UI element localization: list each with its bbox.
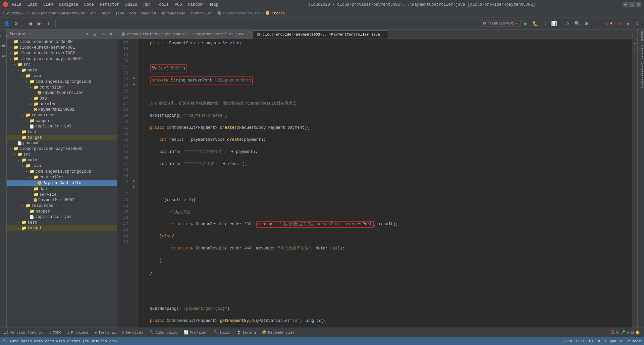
run-config-selector[interactable]: EurekaMain7002 ▾ [480, 20, 521, 26]
tree-item[interactable]: 📁 mapper [7, 209, 117, 214]
annotation-collapse[interactable]: ∨ [633, 19, 641, 27]
tree-item[interactable]: 📁 test [7, 220, 117, 225]
services-tab[interactable]: ⚙ Services [119, 328, 146, 337]
tree-item[interactable]: 📁 cloud-eureka-server7002 [7, 50, 117, 56]
settings-gear-button[interactable]: ⚙ [583, 19, 591, 27]
tree-item-selected[interactable]: 🅒 PaymentController [7, 180, 117, 186]
tree-item[interactable]: 🅒 PaymentMain8001 [7, 107, 117, 112]
tree-item[interactable]: 📁 service [7, 192, 117, 197]
tree-item[interactable]: 📄 application.yml [7, 214, 117, 220]
gutter-run-icon2[interactable]: ▶ [131, 81, 137, 87]
breadcrumb-angenin[interactable]: angenin [141, 11, 156, 15]
encoding[interactable]: UTF-8 [589, 339, 600, 343]
profiler-tab[interactable]: 📊 Profiler [181, 328, 210, 337]
menu-vcs[interactable]: VCS [172, 2, 185, 8]
tree-item[interactable]: 📁 mapper [7, 118, 117, 124]
toolbar-back-button[interactable]: 👤 [3, 19, 11, 27]
menu-run[interactable]: Run [141, 2, 153, 8]
version-control-tab[interactable]: ⎇ Version Control [1, 328, 46, 337]
problems-tab[interactable]: ⚠ Problems [65, 328, 91, 337]
debug-button[interactable]: 🐛 [531, 19, 539, 27]
maximize-button[interactable]: □ [629, 2, 635, 7]
tree-item[interactable]: 📁 target [7, 135, 117, 140]
spring-tab[interactable]: 🍃 Spring [234, 328, 259, 337]
code-area[interactable]: private PaymentService paymentService; @… [138, 39, 632, 328]
tab-payment8002[interactable]: 🅒 cloud-provider-payment8002\...\Payment… [253, 30, 388, 39]
menu-tools[interactable]: Tools [154, 2, 171, 8]
dependencies-tab[interactable]: 📦 Dependencies [259, 328, 297, 337]
tree-item[interactable]: 📁 com.angenin.springcloud [7, 169, 117, 174]
profiler-button[interactable]: 📊 [550, 19, 558, 27]
menu-refactor[interactable]: Refactor [97, 2, 122, 8]
tree-item[interactable]: 📁 controller [7, 84, 117, 90]
tree-item[interactable]: 📁 controller [7, 174, 117, 180]
notifications-tab[interactable]: Notifications [638, 61, 644, 90]
breadcrumb-com[interactable]: com [129, 11, 136, 15]
tree-item[interactable]: 📁 java [7, 73, 117, 79]
breadcrumb-src[interactable]: src [90, 11, 97, 15]
tree-item[interactable]: 🅒 PaymentMain8002 [7, 197, 117, 203]
tree-item[interactable]: 📄 application.yml [7, 124, 117, 129]
tree-item[interactable]: 📁 cloud-eureka-server7001 [7, 45, 117, 50]
menu-help[interactable]: Help [206, 2, 221, 8]
menu-window[interactable]: Window [185, 2, 205, 8]
translate-button[interactable]: A [564, 19, 572, 27]
indent-info[interactable]: 4 spaces [604, 339, 622, 343]
menu-file[interactable]: File [9, 2, 24, 8]
tree-item[interactable]: 📁 main [7, 157, 117, 163]
tree-item[interactable]: 📁 target [7, 225, 117, 231]
menu-build[interactable]: Build [122, 2, 140, 8]
minimize-button[interactable]: ─ [623, 2, 628, 7]
database-tab[interactable]: Database [638, 42, 644, 61]
line-separator[interactable]: CRLF [576, 339, 585, 343]
tree-item[interactable]: 📁 com.angenin.springcloud [7, 79, 117, 84]
build-tab[interactable]: 🔨 Build [211, 328, 233, 337]
tree-item[interactable]: 📁 src [7, 62, 117, 67]
tree-item[interactable]: 📁 Dao [7, 186, 117, 192]
recent-files-button[interactable]: ⋮ [629, 32, 636, 39]
menu-view[interactable]: View [41, 2, 56, 8]
close-button[interactable]: ✕ [636, 2, 641, 7]
breadcrumb-module[interactable]: cloud-provider-payment8002 [28, 11, 85, 15]
terminal-tab[interactable]: ▶ Terminal [92, 328, 119, 337]
tree-item[interactable]: 📄 pom.xml [7, 140, 117, 146]
todo-tab[interactable]: ☑ TODO [46, 328, 64, 337]
auto-build-tab[interactable]: 🔨 Auto-build [147, 328, 180, 337]
breadcrumb-method[interactable]: 🅜 create [266, 11, 285, 15]
tab-close-button[interactable]: ✕ [382, 33, 384, 37]
tree-item[interactable]: 📁 cloud-consumer-order80 [7, 39, 117, 45]
menu-navigate[interactable]: Navigate [56, 2, 81, 8]
gutter-run-icon4[interactable]: ▶ [131, 184, 137, 190]
menu-edit[interactable]: Edit [25, 2, 40, 8]
tree-item[interactable]: 📁 main [7, 67, 117, 73]
tree-item[interactable]: 📁 src [7, 152, 117, 157]
tree-item[interactable]: 📁 cloud-provider-payment8002 [7, 146, 117, 152]
update-button[interactable]: ↑ [592, 19, 600, 27]
tree-item[interactable]: 📁 service [7, 101, 117, 107]
coverage-button[interactable]: 🛡 [541, 19, 549, 27]
breadcrumb-controller[interactable]: controller [190, 11, 212, 15]
git-branch[interactable]: ⎇ main [626, 339, 641, 343]
breadcrumb-main[interactable]: main [102, 11, 110, 15]
toolbar-nav-forward[interactable]: ▶ [35, 19, 43, 27]
tree-item[interactable]: 📁 resources [7, 112, 117, 118]
search-everywhere-button[interactable]: 🔍 [573, 19, 581, 27]
breadcrumb-java[interactable]: java [115, 11, 124, 15]
maven-tab[interactable]: Maven [638, 30, 644, 42]
gutter-run-icon[interactable]: ▶ [131, 75, 137, 81]
tab-payment8001[interactable]: 🅒 cloud-provider-payment8001\...\Payment… [117, 30, 253, 39]
gutter-run-icon3[interactable]: ▶ [131, 178, 137, 184]
breadcrumb-springcloud[interactable]: springcloud [161, 11, 185, 15]
expand-all-button[interactable]: ⊞ [92, 31, 98, 38]
tree-item[interactable]: 📁 java [7, 163, 117, 169]
structure-icon[interactable]: S [1, 52, 6, 60]
run-button[interactable]: ▶ [522, 19, 530, 27]
tree-item[interactable]: 🅒 PaymentController [7, 90, 117, 96]
breadcrumb-class[interactable]: 🅒 PaymentController [217, 11, 261, 15]
collapse-all-button[interactable]: ≡ [84, 31, 90, 38]
toolbar-settings-button[interactable]: ⚙ [12, 19, 20, 27]
toolbar-nav-recent[interactable]: ⤓ [45, 19, 53, 27]
cursor-position[interactable]: 37:6 [563, 339, 572, 343]
tab-close-button[interactable]: ✕ [247, 32, 249, 36]
tree-item[interactable]: 📁 resources [7, 203, 117, 209]
